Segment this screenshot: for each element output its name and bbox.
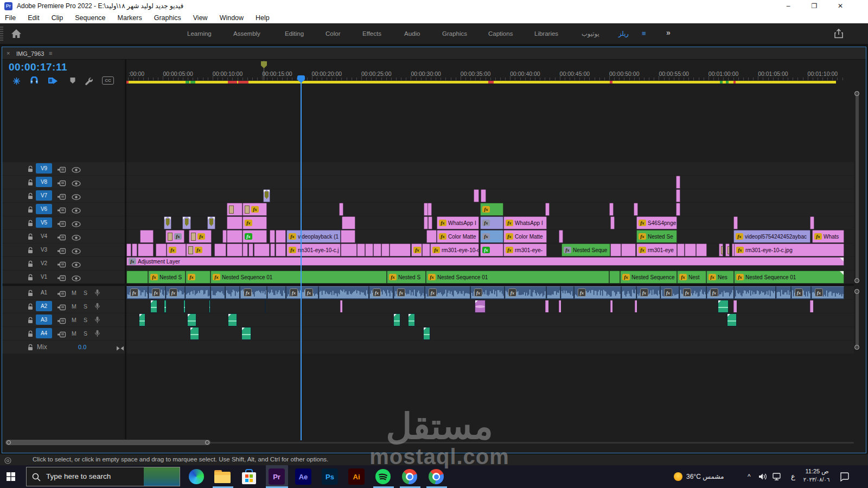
mute-button[interactable]: M: [72, 290, 76, 296]
track-target-a4[interactable]: A4: [36, 328, 52, 338]
track-target-a3[interactable]: A3: [36, 314, 52, 325]
hscroll-handle-left[interactable]: [7, 440, 11, 445]
voiceover-mic-icon[interactable]: [94, 316, 100, 326]
track-target-v8[interactable]: V8: [36, 177, 52, 187]
audio-clip-a1[interactable]: fx: [301, 286, 318, 299]
timeline-clip[interactable]: fx: [411, 243, 422, 256]
source-patch-icon[interactable]: [58, 303, 66, 313]
timeline-clip[interactable]: fxNested S: [387, 271, 426, 284]
audio-clip-a1[interactable]: [776, 286, 791, 299]
timeline-clip[interactable]: [424, 216, 428, 229]
timeline-clip[interactable]: [207, 216, 215, 229]
workspace-tab-Graphics[interactable]: Graphics: [442, 23, 467, 44]
timeline-clip[interactable]: [263, 189, 270, 202]
lock-icon[interactable]: [27, 343, 34, 353]
audio-clip-a1[interactable]: fx: [165, 286, 185, 299]
timeline-clip[interactable]: fxNested Sequence 01: [210, 271, 387, 284]
audio-clip-thin[interactable]: [733, 300, 737, 312]
audio-clip-a1[interactable]: fx: [791, 286, 811, 299]
toggle-track-output-icon[interactable]: [72, 206, 81, 216]
lock-icon[interactable]: [27, 219, 34, 229]
source-patch-icon[interactable]: [58, 330, 66, 340]
taskbar-app-chrome[interactable]: [401, 468, 418, 485]
audio-clip-a1[interactable]: fx: [574, 286, 621, 299]
toggle-track-output-icon[interactable]: [72, 274, 81, 284]
panel-tab-title[interactable]: IMG_7963: [16, 50, 44, 57]
toggle-track-output-icon[interactable]: [72, 260, 81, 270]
toggle-track-output-icon[interactable]: [72, 233, 81, 243]
timecode-display[interactable]: 00:00:17:11: [9, 61, 67, 73]
toggle-track-output-icon[interactable]: [72, 165, 81, 175]
timeline-clip[interactable]: fxNested Sequence: [620, 271, 677, 284]
audio-clip-a1[interactable]: fx: [679, 286, 706, 299]
audio-clip-a1[interactable]: fx: [660, 286, 679, 299]
source-patch-icon[interactable]: [58, 317, 66, 326]
mute-button[interactable]: M: [72, 330, 76, 337]
add-marker-icon[interactable]: [69, 76, 76, 86]
timeline-clip[interactable]: fxNest: [677, 271, 706, 284]
timeline-clip[interactable]: [126, 243, 131, 256]
taskbar-app-illustrator[interactable]: Ai: [348, 468, 365, 485]
timeline-clip[interactable]: [390, 243, 411, 256]
track-target-v4[interactable]: V4: [36, 231, 52, 241]
lock-icon[interactable]: [27, 233, 34, 242]
keyframe-nav-icon[interactable]: [116, 344, 124, 354]
audio-clip[interactable]: [393, 313, 400, 326]
audio-clip[interactable]: [187, 313, 196, 326]
workspace-tab-Assembly[interactable]: Assembly: [233, 23, 260, 44]
taskbar-app-store[interactable]: [241, 468, 257, 485]
track-target-v3[interactable]: V3: [36, 245, 52, 255]
audio-clip-a1[interactable]: fx: [505, 286, 546, 299]
solo-button[interactable]: S: [84, 290, 87, 296]
panel-menu-icon[interactable]: ≡: [49, 50, 52, 56]
audio-clip-a1[interactable]: [318, 286, 369, 299]
workspace-menu-icon[interactable]: ≡: [642, 29, 646, 37]
menu-file[interactable]: File: [0, 14, 22, 22]
track-target-a1[interactable]: A1: [36, 287, 52, 298]
timeline-clip[interactable]: [341, 230, 355, 243]
source-patch-icon[interactable]: [58, 179, 66, 189]
voiceover-mic-icon[interactable]: [94, 330, 100, 339]
source-patch-icon[interactable]: [58, 290, 66, 299]
timeline-clip[interactable]: [342, 216, 355, 229]
timeline-clip[interactable]: fxNested Se: [636, 230, 677, 243]
audio-clip[interactable]: [265, 300, 266, 313]
voiceover-mic-icon[interactable]: [94, 303, 100, 312]
timeline-clip[interactable]: [422, 243, 430, 256]
timeline-clip[interactable]: [248, 243, 253, 256]
search-box[interactable]: Type here to search: [26, 467, 180, 486]
audio-clip-a1[interactable]: fx: [126, 286, 148, 299]
audio-clip[interactable]: [190, 327, 199, 340]
track-target-v7[interactable]: V7: [36, 190, 52, 201]
audio-clip-thin[interactable]: [635, 300, 637, 312]
timeline-clip[interactable]: [357, 243, 365, 256]
timeline-clip[interactable]: [719, 243, 723, 256]
workspace-tab-Libraries[interactable]: Libraries: [534, 23, 558, 44]
vscroll-handle-1[interactable]: [854, 91, 859, 96]
timeline-clip[interactable]: fxvideoplayback (1: [286, 230, 341, 243]
timeline-clip[interactable]: fxrm301-eye-10-c.jpg: [734, 243, 844, 256]
maximize-button[interactable]: ❐: [806, 0, 822, 12]
audio-clip[interactable]: [164, 300, 167, 313]
menu-edit[interactable]: Edit: [22, 14, 46, 22]
lock-icon[interactable]: [27, 289, 34, 299]
lock-icon[interactable]: [27, 330, 34, 339]
workspace-tab-Audio[interactable]: Audio: [404, 23, 420, 44]
timeline-clip[interactable]: [696, 243, 707, 256]
menu-graphics[interactable]: Graphics: [148, 14, 187, 22]
timeline-clip[interactable]: [126, 271, 148, 284]
hscroll-thumb[interactable]: [5, 440, 210, 445]
taskbar-app-aftereffects[interactable]: Ae: [295, 468, 311, 485]
menu-help[interactable]: Help: [250, 14, 276, 22]
source-patch-icon[interactable]: [58, 260, 66, 270]
linked-selection-icon[interactable]: [48, 76, 59, 87]
export-icon[interactable]: [833, 28, 844, 41]
mute-button[interactable]: M: [72, 317, 76, 323]
toggle-track-output-icon[interactable]: [72, 179, 81, 189]
audio-clip-a1[interactable]: [185, 286, 210, 299]
timeline-clip[interactable]: [610, 216, 615, 229]
timeline-clip[interactable]: fxNested Seque: [561, 243, 610, 256]
audio-clip-thin[interactable]: [810, 300, 813, 312]
settings-wrench-icon[interactable]: [84, 76, 93, 88]
audio-clip-thin[interactable]: [559, 300, 561, 312]
